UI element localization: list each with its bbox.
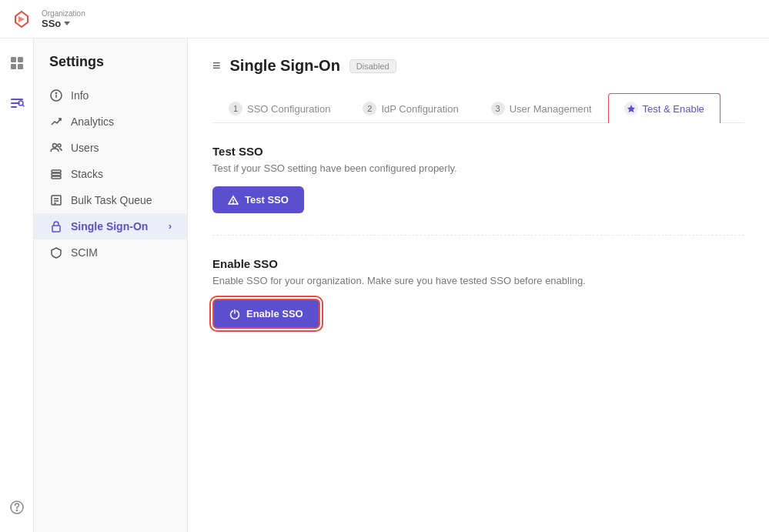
- warning-icon: [228, 195, 239, 206]
- sidebar-item-users[interactable]: Users: [34, 135, 187, 161]
- tab-idp-configuration[interactable]: 2 IdP Configuration: [346, 93, 474, 123]
- sidebar-item-scim-label: SCIM: [71, 246, 98, 259]
- sidebar-item-stacks-label: Stacks: [71, 168, 103, 180]
- hamburger-icon[interactable]: ≡: [212, 58, 221, 74]
- test-sso-button[interactable]: Test SSO: [212, 186, 304, 213]
- chevron-right-icon: ›: [169, 221, 172, 232]
- test-sso-title: Test SSO: [212, 145, 744, 158]
- test-sso-section: Test SSO Test if your SSO setting have b…: [212, 145, 744, 236]
- tab-num-2: 2: [363, 102, 376, 115]
- tab-label-user-mgmt: User Management: [510, 103, 592, 115]
- tab-label-idp-config: IdP Configuration: [381, 103, 458, 115]
- svg-rect-4: [11, 99, 23, 100]
- svg-rect-0: [11, 57, 16, 62]
- svg-point-15: [58, 144, 61, 147]
- tab-test-enable[interactable]: Test & Enable: [608, 93, 721, 123]
- tab-user-management[interactable]: 3 User Management: [475, 93, 608, 123]
- main-layout: Settings Info Analytics: [0, 38, 769, 532]
- sidebar-item-bulk-task-queue[interactable]: Bulk Task Queue: [34, 187, 187, 213]
- sidebar-item-info-label: Info: [71, 89, 89, 102]
- bulk-icon: [49, 193, 63, 207]
- tab-num-3: 3: [491, 102, 505, 115]
- tab-label-test-enable: Test & Enable: [643, 103, 704, 115]
- svg-rect-17: [52, 173, 61, 176]
- svg-rect-23: [52, 226, 60, 232]
- content-area: ≡ Single Sign-On Disabled 1 SSO Configur…: [188, 38, 769, 532]
- org-selector[interactable]: Organization SSo: [42, 9, 85, 29]
- status-badge: Disabled: [349, 59, 396, 73]
- svg-line-8: [22, 105, 24, 106]
- svg-point-14: [53, 144, 57, 148]
- test-sso-desc: Test if your SSO setting have been confi…: [212, 162, 744, 174]
- svg-rect-18: [52, 176, 61, 179]
- tab-num-4: [624, 102, 638, 115]
- enable-sso-desc: Enable SSO for your organization. Make s…: [212, 275, 744, 286]
- analytics-icon: [49, 115, 63, 129]
- nav-help-icon[interactable]: [5, 495, 29, 520]
- sidebar-title: Settings: [34, 54, 187, 82]
- sidebar-item-sso-label: Single Sign-On: [71, 220, 148, 233]
- sidebar-item-sso[interactable]: Single Sign-On ›: [34, 213, 187, 239]
- svg-point-25: [233, 202, 234, 203]
- stacks-icon: [49, 167, 63, 181]
- tab-sso-configuration[interactable]: 1 SSO Configuration: [212, 93, 346, 123]
- topbar: Organization SSo: [0, 0, 769, 38]
- sidebar-item-analytics[interactable]: Analytics: [34, 109, 187, 135]
- page-title: Single Sign-On: [230, 57, 340, 75]
- users-icon: [49, 141, 63, 155]
- svg-rect-6: [11, 106, 17, 108]
- org-name: SSo: [42, 18, 85, 29]
- enable-sso-button-label: Enable SSO: [246, 308, 303, 320]
- svg-rect-16: [52, 170, 61, 172]
- page-header: ≡ Single Sign-On Disabled: [212, 57, 744, 75]
- enable-sso-section: Enable SSO Enable SSO for your organizat…: [212, 257, 744, 350]
- lock-icon: [49, 219, 63, 233]
- tab-num-1: 1: [229, 102, 242, 115]
- svg-point-13: [55, 92, 56, 93]
- icon-nav: [0, 38, 34, 532]
- power-icon: [229, 309, 240, 320]
- svg-rect-1: [18, 57, 23, 62]
- chevron-down-icon: [64, 22, 70, 25]
- sidebar-item-scim[interactable]: SCIM: [34, 239, 187, 266]
- app-logo: [9, 7, 34, 32]
- tab-label-sso-config: SSO Configuration: [247, 103, 330, 115]
- sidebar-item-users-label: Users: [71, 142, 99, 154]
- test-sso-button-label: Test SSO: [245, 194, 289, 206]
- org-label: Organization: [42, 9, 85, 18]
- nav-grid-icon[interactable]: [5, 51, 29, 75]
- sidebar-item-stacks[interactable]: Stacks: [34, 161, 187, 187]
- svg-rect-3: [18, 64, 23, 69]
- enable-sso-button[interactable]: Enable SSO: [212, 299, 320, 329]
- sidebar: Settings Info Analytics: [34, 38, 188, 532]
- info-icon: [49, 89, 63, 102]
- sidebar-item-info[interactable]: Info: [34, 82, 187, 109]
- svg-point-10: [16, 510, 17, 510]
- tabs: 1 SSO Configuration 2 IdP Configuration …: [212, 93, 744, 123]
- shield-icon: [49, 246, 63, 259]
- sidebar-item-analytics-label: Analytics: [71, 115, 114, 128]
- nav-filter-icon[interactable]: [5, 91, 29, 115]
- enable-sso-title: Enable SSO: [212, 257, 744, 270]
- sidebar-item-bulk-label: Bulk Task Queue: [71, 194, 152, 206]
- svg-rect-2: [11, 64, 16, 69]
